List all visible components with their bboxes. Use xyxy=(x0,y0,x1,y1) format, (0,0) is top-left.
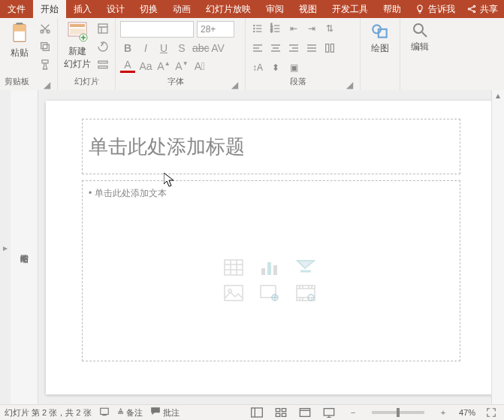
comments-button[interactable]: 批注 xyxy=(150,406,180,418)
zoom-in-button[interactable]: + xyxy=(435,406,451,418)
thumbnail-expand[interactable]: ▸ xyxy=(0,90,11,405)
notes-button[interactable]: ≜ 备注 xyxy=(117,407,143,418)
copy-icon[interactable] xyxy=(38,39,53,54)
zoom-out-button[interactable]: − xyxy=(345,406,361,418)
slide[interactable]: 单击此处添加标题 • 单击此处添加文本 xyxy=(46,101,496,394)
paragraph-launcher[interactable]: ◢ xyxy=(346,80,355,89)
insert-chart-icon[interactable] xyxy=(258,258,281,277)
reading-view-button[interactable] xyxy=(297,406,313,418)
tab-home[interactable]: 开始 xyxy=(33,0,66,18)
normal-view-button[interactable] xyxy=(249,406,265,418)
font-size-combo[interactable]: 28+ xyxy=(197,21,234,38)
insert-video-icon[interactable] xyxy=(294,283,317,303)
tab-developer[interactable]: 开发工具 xyxy=(324,0,376,18)
strike-button[interactable]: abc xyxy=(192,42,207,54)
shrink-font-button[interactable]: A▼ xyxy=(174,60,189,72)
spellcheck-icon[interactable] xyxy=(99,406,110,418)
bullets-button[interactable] xyxy=(250,21,265,36)
insert-smartart-icon[interactable] xyxy=(294,258,317,277)
shadow-button[interactable]: S xyxy=(174,42,189,54)
group-font: 28+ B I U S abc AV A Aa A▲ A▼ A⃠ 字体 ◢ xyxy=(116,18,246,90)
svg-rect-9 xyxy=(41,43,47,49)
insert-picture-icon[interactable] xyxy=(222,283,245,303)
clipboard-launcher[interactable]: ◢ xyxy=(44,80,53,89)
ribbon: 粘贴 剪贴板 ◢ 新建 幻灯片 幻灯片 xyxy=(0,18,504,91)
tab-help[interactable]: 帮助 xyxy=(376,0,409,18)
tab-design[interactable]: 设计 xyxy=(99,0,132,18)
clear-format-button[interactable]: A⃠ xyxy=(192,60,207,72)
svg-rect-43 xyxy=(276,413,279,416)
align-left-button[interactable] xyxy=(250,41,265,56)
svg-point-20 xyxy=(254,31,255,32)
align-text-button[interactable]: ⬍ xyxy=(268,60,283,75)
slide-canvas: 单击此处添加标题 • 单击此处添加文本 xyxy=(38,90,504,405)
bold-button[interactable]: B xyxy=(120,42,135,54)
cut-icon[interactable] xyxy=(38,21,53,36)
new-slide-icon xyxy=(67,21,88,44)
tab-view[interactable]: 视图 xyxy=(291,0,324,18)
editing-button[interactable]: 编辑 xyxy=(405,21,435,53)
reset-icon[interactable] xyxy=(95,39,110,54)
tab-transition[interactable]: 切换 xyxy=(132,0,165,18)
insert-table-icon[interactable] xyxy=(222,258,245,277)
insert-online-picture-icon[interactable] xyxy=(258,283,281,303)
thumbnail-pane[interactable]: 缩略图 xyxy=(11,90,38,405)
indent-inc-button[interactable]: ⇥ xyxy=(304,21,319,36)
drawing-button[interactable]: 绘图 xyxy=(365,21,395,55)
group-label-font: 字体 xyxy=(120,76,231,89)
svg-rect-45 xyxy=(300,409,309,417)
font-color-button[interactable]: A xyxy=(120,59,135,73)
content-placeholder[interactable]: • 单击此处添加文本 xyxy=(82,180,460,361)
font-name-combo[interactable] xyxy=(120,21,194,38)
tab-insert[interactable]: 插入 xyxy=(66,0,99,18)
new-slide-button[interactable]: 新建 幻灯片 xyxy=(62,21,92,71)
svg-point-1 xyxy=(473,5,475,7)
group-slides: 新建 幻灯片 幻灯片 xyxy=(58,18,116,90)
svg-rect-35 xyxy=(261,286,276,298)
zoom-slider[interactable] xyxy=(372,411,424,414)
grow-font-button[interactable]: A▲ xyxy=(156,60,171,72)
fit-window-button[interactable] xyxy=(483,406,499,418)
slideshow-view-button[interactable] xyxy=(321,406,337,418)
group-clipboard: 粘贴 剪贴板 ◢ xyxy=(0,18,58,90)
justify-button[interactable] xyxy=(304,41,319,56)
tell-me[interactable]: 告诉我 xyxy=(409,3,461,16)
title-placeholder[interactable]: 单击此处添加标题 xyxy=(82,119,460,174)
svg-point-0 xyxy=(468,8,469,10)
line-spacing-button[interactable]: ⇅ xyxy=(322,21,337,36)
smartart-button[interactable]: ▣ xyxy=(286,60,301,75)
svg-rect-39 xyxy=(100,408,108,414)
vertical-scrollbar[interactable]: ▴ xyxy=(491,90,504,405)
tab-animation[interactable]: 动画 xyxy=(165,0,198,18)
zoom-level[interactable]: 47% xyxy=(459,408,475,417)
layout-icon[interactable] xyxy=(95,21,110,36)
group-editing: 编辑 xyxy=(400,18,439,90)
underline-button[interactable]: U xyxy=(156,42,171,54)
svg-rect-29 xyxy=(225,260,243,275)
find-icon xyxy=(411,21,429,39)
scroll-up-icon[interactable]: ▴ xyxy=(492,90,504,102)
columns-button[interactable] xyxy=(322,41,337,56)
indent-dec-button[interactable]: ⇤ xyxy=(286,21,301,36)
text-direction-button[interactable]: ↕A xyxy=(250,60,265,75)
tab-review[interactable]: 审阅 xyxy=(258,0,291,18)
spacing-button[interactable]: AV xyxy=(210,42,225,54)
numbering-button[interactable]: 123 xyxy=(268,21,283,36)
menu-tabs: 文件 开始 插入 设计 切换 动画 幻灯片放映 审阅 视图 开发工具 帮助 告诉… xyxy=(0,0,461,18)
align-right-button[interactable] xyxy=(286,41,301,56)
format-painter-icon[interactable] xyxy=(38,57,53,72)
tab-file[interactable]: 文件 xyxy=(0,0,33,18)
paste-button[interactable]: 粘贴 xyxy=(5,21,35,59)
sorter-view-button[interactable] xyxy=(273,406,289,418)
change-case-button[interactable]: Aa xyxy=(138,60,153,72)
section-icon[interactable] xyxy=(95,57,110,72)
svg-rect-46 xyxy=(324,409,333,415)
svg-point-2 xyxy=(473,11,475,12)
tab-slideshow[interactable]: 幻灯片放映 xyxy=(198,0,258,18)
font-launcher[interactable]: ◢ xyxy=(231,80,240,89)
share-button[interactable]: 共享 xyxy=(466,3,498,16)
align-center-button[interactable] xyxy=(268,41,283,56)
svg-rect-8 xyxy=(43,44,49,50)
svg-rect-5 xyxy=(14,25,26,32)
italic-button[interactable]: I xyxy=(138,42,153,54)
